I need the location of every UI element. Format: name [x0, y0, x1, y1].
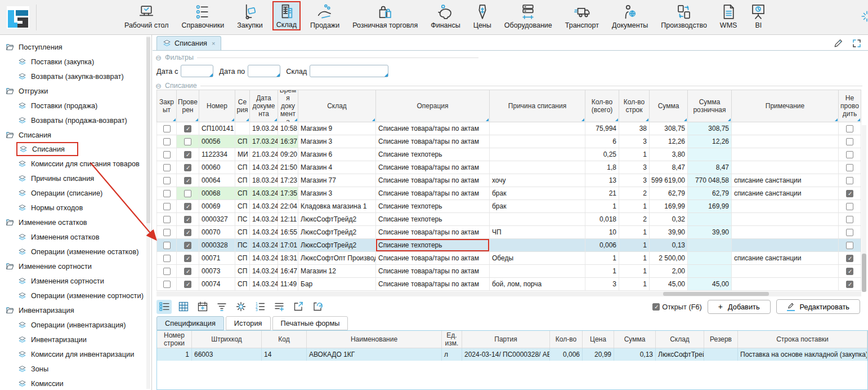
open-external-icon[interactable]: [290, 300, 306, 314]
cell-doc_time[interactable]: 09:20: [278, 148, 298, 161]
cell-number[interactable]: 00060: [199, 161, 235, 174]
grid-view-icon[interactable]: [176, 300, 191, 314]
column-header-approved[interactable]: Проверен: [177, 90, 199, 122]
toolbar-item-equipment[interactable]: Оборудование: [501, 2, 556, 30]
cell-doc_time[interactable]: 17:01: [278, 239, 298, 251]
cell-operation[interactable]: Списание техпотерь: [376, 239, 490, 251]
cell-qty_total[interactable]: 75,994: [585, 122, 619, 135]
filters-group-header[interactable]: ⊖ Фильтры: [155, 54, 868, 61]
cell-row_count[interactable]: 3: [619, 174, 650, 187]
checkbox[interactable]: [163, 190, 171, 197]
collapse-icon[interactable]: ⊖: [155, 82, 162, 90]
cell-row_count[interactable]: 1: [619, 278, 650, 290]
spec-column-header[interactable]: Цена: [583, 331, 614, 348]
checkbox[interactable]: [652, 303, 660, 311]
cell-sum[interactable]: 0,32: [650, 213, 688, 225]
checkbox[interactable]: [184, 216, 191, 223]
cell-doc_time[interactable]: 22:04: [278, 200, 298, 212]
cell-series[interactable]: ПС: [235, 213, 250, 225]
cell-row_count[interactable]: 1: [619, 252, 650, 264]
cell-row_count[interactable]: 2: [619, 187, 650, 200]
cell-operation[interactable]: Списание техпотерь: [376, 200, 490, 212]
toolbar-item-bi[interactable]: BI: [746, 2, 770, 30]
cell-doc_time[interactable]: 16:47: [278, 265, 298, 277]
toolbar-item-purchases[interactable]: Закупки: [234, 2, 266, 30]
settings-gear-icon[interactable]: [233, 300, 248, 314]
toolbar-item-finance[interactable]: Финансы: [427, 2, 463, 30]
sidebar-item-Комиссии для инвентаризации[interactable]: Комиссии для инвентаризации: [18, 347, 137, 361]
spec-cell[interactable]: 66003: [192, 348, 262, 361]
spec-cell[interactable]: [704, 348, 738, 361]
tab-close-icon[interactable]: ×: [212, 40, 215, 47]
vertical-scrollbar-thumb[interactable]: [862, 254, 866, 292]
sidebar-scrollbar-thumb[interactable]: [146, 37, 150, 223]
cell-doc_date[interactable]: 21.03.24: [250, 148, 278, 161]
toolbar-item-references[interactable]: Справочники: [178, 2, 227, 30]
column-header-row_count[interactable]: Кол-во строк: [619, 90, 650, 122]
cell-operation[interactable]: Списание товара/тары по актам: [376, 135, 490, 148]
cell-sum_retail[interactable]: 39,90: [688, 226, 732, 238]
calendar-add-icon[interactable]: [195, 300, 210, 314]
checkbox[interactable]: [184, 125, 191, 132]
table-row[interactable]: 00060СП14.03.2421:50Магазин 4Списание то…: [156, 161, 861, 174]
cell-row_count[interactable]: 1: [619, 226, 650, 238]
cell-sum_retail[interactable]: [688, 213, 732, 225]
cell-series[interactable]: СП: [235, 200, 250, 212]
sidebar-item-Списания[interactable]: Списания: [16, 142, 78, 156]
numbered-list-icon[interactable]: 123: [252, 300, 267, 314]
column-header-sum_retail[interactable]: Сумма розничная: [688, 90, 732, 122]
cell-doc_date[interactable]: 14.03.24: [250, 278, 278, 290]
horizontal-scrollbar[interactable]: [156, 291, 861, 296]
cell-number[interactable]: 00073: [199, 265, 235, 277]
checkbox[interactable]: [846, 138, 853, 145]
cell-doc_date[interactable]: 14.03.24: [250, 161, 278, 174]
column-header-sum[interactable]: Сумма: [650, 90, 688, 122]
cell-doc_date[interactable]: 19.03.24: [250, 122, 278, 135]
list-view-icon[interactable]: [156, 300, 172, 314]
cell-sum[interactable]: 62,79: [650, 187, 688, 200]
cell-note[interactable]: [732, 239, 839, 251]
column-header-doc_date[interactable]: Дата документа: [250, 90, 278, 122]
cell-reason[interactable]: [490, 161, 585, 174]
detail-tab-Печатные формы[interactable]: Печатные формы: [272, 316, 348, 330]
cell-warehouse[interactable]: Бар: [298, 278, 376, 290]
cell-series[interactable]: СП: [235, 226, 250, 238]
cell-number[interactable]: 00069: [199, 200, 235, 212]
spec-column-header[interactable]: Наименование: [307, 331, 442, 348]
cell-operation[interactable]: Списание товара/тары по актам: [376, 252, 490, 264]
cell-reason[interactable]: Обеды: [490, 252, 585, 264]
spec-cell[interactable]: 1: [157, 348, 192, 361]
checkbox[interactable]: [846, 242, 853, 249]
cell-series[interactable]: СП: [235, 174, 250, 187]
cell-warehouse[interactable]: ЛюксСофтТрейд2: [298, 239, 376, 251]
cell-sum[interactable]: 599 619,00: [650, 174, 688, 187]
table-row[interactable]: СП10014119.03.2410:58Магазин 9Списание т…: [156, 122, 861, 135]
cell-sum[interactable]: 45,00: [650, 278, 688, 290]
spec-column-header[interactable]: Код: [262, 331, 307, 348]
cell-series[interactable]: СП: [235, 252, 250, 264]
cell-number[interactable]: 00056: [199, 135, 235, 148]
spec-column-header[interactable]: Склад: [656, 331, 704, 348]
cell-note[interactable]: списание санстанции: [732, 187, 839, 200]
add-row-icon[interactable]: [271, 300, 287, 314]
checkbox[interactable]: [846, 255, 853, 262]
spec-cell[interactable]: 14: [262, 348, 307, 361]
cell-qty_total[interactable]: 21: [585, 187, 619, 200]
cell-warehouse[interactable]: Магазин 77: [298, 174, 376, 187]
checkbox[interactable]: [163, 268, 171, 275]
toolbar-item-prices[interactable]: Цены: [470, 2, 495, 30]
sidebar-item-Операции (изменение сортности)[interactable]: Операции (изменение сортности): [18, 288, 147, 303]
detail-tab-Спецификация[interactable]: Спецификация: [156, 316, 224, 330]
checkbox[interactable]: [846, 203, 853, 210]
cell-note[interactable]: [732, 226, 839, 238]
cell-qty_total[interactable]: 0,006: [585, 239, 619, 251]
cell-qty_total[interactable]: 3: [585, 278, 619, 290]
cell-sum[interactable]: 8,47: [650, 161, 688, 174]
cell-sum_retail[interactable]: 45,00: [688, 278, 732, 290]
cell-sum[interactable]: 2 500,00: [650, 252, 688, 264]
checkbox[interactable]: [184, 177, 191, 184]
cell-sum_retail[interactable]: 62,79: [688, 187, 732, 200]
cell-sum_retail[interactable]: 8,47: [688, 161, 732, 174]
checkbox[interactable]: [184, 268, 191, 275]
cell-doc_time[interactable]: 10:58: [278, 122, 298, 135]
